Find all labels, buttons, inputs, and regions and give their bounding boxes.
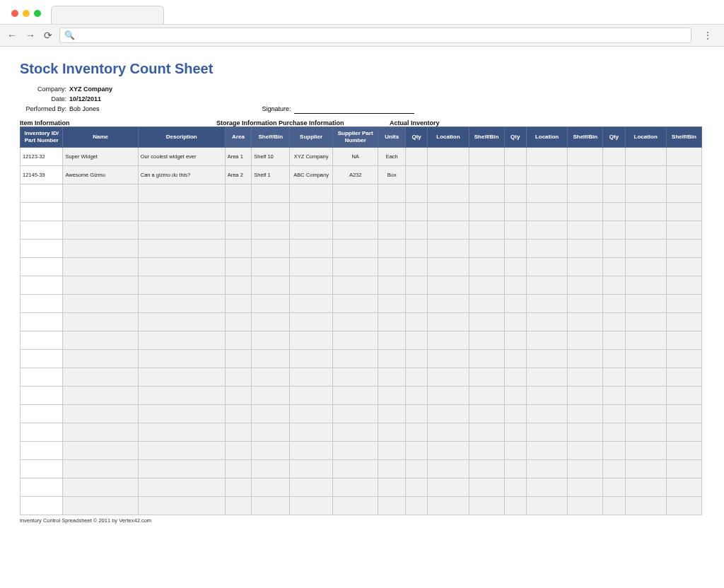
table-cell[interactable] xyxy=(428,478,469,497)
table-cell[interactable] xyxy=(21,331,63,350)
table-cell[interactable] xyxy=(526,368,567,387)
table-cell[interactable] xyxy=(63,350,138,368)
table-cell[interactable] xyxy=(332,387,378,405)
table-cell[interactable] xyxy=(225,203,252,221)
table-cell[interactable] xyxy=(526,276,567,295)
table-cell[interactable] xyxy=(568,148,603,166)
table-cell[interactable] xyxy=(603,387,625,405)
table-cell[interactable] xyxy=(666,331,701,350)
table-cell[interactable] xyxy=(378,387,406,405)
table-cell[interactable] xyxy=(568,184,603,203)
table-cell[interactable] xyxy=(469,313,504,331)
table-cell[interactable] xyxy=(469,203,504,221)
table-cell[interactable] xyxy=(504,368,526,387)
table-cell[interactable] xyxy=(428,331,469,350)
table-cell[interactable] xyxy=(625,184,666,203)
forward-icon[interactable]: → xyxy=(25,30,35,41)
table-cell[interactable] xyxy=(666,460,701,478)
table-cell[interactable] xyxy=(603,276,625,295)
table-cell[interactable] xyxy=(225,368,252,387)
table-cell[interactable] xyxy=(378,497,406,515)
table-cell[interactable] xyxy=(625,442,666,460)
table-cell[interactable] xyxy=(469,295,504,313)
table-cell[interactable] xyxy=(428,295,469,313)
table-cell[interactable] xyxy=(138,350,225,368)
table-cell[interactable] xyxy=(252,276,290,295)
table-cell[interactable] xyxy=(568,405,603,423)
table-cell[interactable] xyxy=(625,478,666,497)
table-cell[interactable] xyxy=(406,184,428,203)
table-cell[interactable] xyxy=(504,295,526,313)
close-icon[interactable] xyxy=(11,10,18,17)
table-cell[interactable] xyxy=(290,295,332,313)
table-cell[interactable] xyxy=(526,148,567,166)
table-cell[interactable] xyxy=(225,240,252,258)
table-cell[interactable] xyxy=(290,460,332,478)
table-cell[interactable] xyxy=(504,203,526,221)
table-cell[interactable]: 12123-32 xyxy=(21,148,63,166)
table-cell[interactable] xyxy=(666,166,701,184)
table-cell[interactable] xyxy=(504,331,526,350)
table-cell[interactable] xyxy=(252,350,290,368)
table-cell[interactable] xyxy=(21,295,63,313)
table-cell[interactable] xyxy=(568,460,603,478)
table-cell[interactable] xyxy=(332,423,378,442)
table-cell[interactable] xyxy=(406,460,428,478)
table-cell[interactable] xyxy=(138,460,225,478)
table-cell[interactable] xyxy=(666,368,701,387)
table-cell[interactable] xyxy=(252,240,290,258)
table-cell[interactable] xyxy=(603,166,625,184)
table-cell[interactable] xyxy=(469,258,504,276)
table-cell[interactable] xyxy=(428,258,469,276)
table-cell[interactable] xyxy=(21,221,63,240)
table-cell[interactable] xyxy=(428,166,469,184)
table-cell[interactable] xyxy=(378,313,406,331)
table-cell[interactable] xyxy=(568,497,603,515)
table-cell[interactable] xyxy=(332,460,378,478)
table-cell[interactable] xyxy=(225,313,252,331)
table-cell[interactable] xyxy=(625,423,666,442)
table-cell[interactable] xyxy=(603,184,625,203)
table-cell[interactable]: Our coolest widget ever xyxy=(138,148,225,166)
table-cell[interactable] xyxy=(406,331,428,350)
table-cell[interactable] xyxy=(332,442,378,460)
table-cell[interactable] xyxy=(568,368,603,387)
table-cell[interactable] xyxy=(504,405,526,423)
table-cell[interactable] xyxy=(603,258,625,276)
table-cell[interactable] xyxy=(603,331,625,350)
table-cell[interactable] xyxy=(63,184,138,203)
table-cell[interactable] xyxy=(138,442,225,460)
table-cell[interactable] xyxy=(332,497,378,515)
table-cell[interactable] xyxy=(406,478,428,497)
table-cell[interactable] xyxy=(252,313,290,331)
table-cell[interactable] xyxy=(225,387,252,405)
table-cell[interactable] xyxy=(406,405,428,423)
table-cell[interactable] xyxy=(469,166,504,184)
table-cell[interactable] xyxy=(526,478,567,497)
table-cell[interactable]: A232 xyxy=(332,166,378,184)
table-cell[interactable] xyxy=(252,368,290,387)
table-cell[interactable] xyxy=(568,423,603,442)
table-cell[interactable] xyxy=(666,442,701,460)
table-cell[interactable] xyxy=(504,350,526,368)
table-cell[interactable] xyxy=(526,166,567,184)
table-cell[interactable] xyxy=(603,240,625,258)
table-cell[interactable] xyxy=(63,203,138,221)
table-cell[interactable] xyxy=(21,184,63,203)
table-cell[interactable] xyxy=(290,203,332,221)
table-cell[interactable] xyxy=(428,423,469,442)
table-cell[interactable] xyxy=(568,331,603,350)
table-cell[interactable]: ABC Company xyxy=(290,166,332,184)
table-cell[interactable] xyxy=(225,497,252,515)
table-cell[interactable] xyxy=(225,331,252,350)
table-cell[interactable] xyxy=(406,423,428,442)
table-cell[interactable] xyxy=(225,405,252,423)
table-cell[interactable]: Shelf 10 xyxy=(252,148,290,166)
table-cell[interactable] xyxy=(63,221,138,240)
table-cell[interactable] xyxy=(378,331,406,350)
table-cell[interactable] xyxy=(625,258,666,276)
table-cell[interactable] xyxy=(406,258,428,276)
table-cell[interactable] xyxy=(63,313,138,331)
table-cell[interactable] xyxy=(504,221,526,240)
table-cell[interactable] xyxy=(378,350,406,368)
